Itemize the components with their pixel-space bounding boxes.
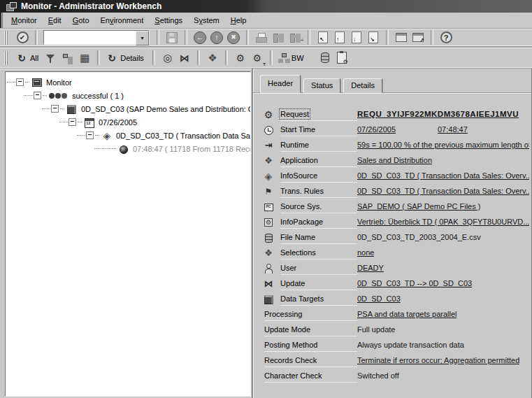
tree-item[interactable]: successful ( 1 ): [24, 89, 250, 102]
tab-details[interactable]: Details: [343, 78, 382, 93]
toolbar-separator: [97, 50, 100, 65]
settings-transport-button[interactable]: T: [249, 50, 266, 66]
detail-value-link[interactable]: 0D_SD_C03_TD --> 0D_SD_C03: [357, 279, 472, 287]
detail-label-file-name: File Name: [280, 233, 357, 244]
cancel-button[interactable]: [225, 30, 242, 45]
detail-value-link[interactable]: 07/26/2005: [357, 125, 396, 134]
tab-header[interactable]: Header: [260, 75, 301, 93]
detail-value-link[interactable]: DEADY: [357, 264, 384, 272]
detail-row: Processing PSA and data targets parallel: [253, 308, 531, 323]
detail-value-link[interactable]: Terminate if errors occur; Aggregation p…: [357, 356, 519, 364]
command-input[interactable]: [44, 31, 136, 44]
gear-icon: [263, 109, 274, 120]
last-page-icon: ↘: [368, 31, 378, 43]
bw-monitor-button[interactable]: BW: [277, 50, 308, 66]
toolbar-separator: [308, 30, 310, 45]
detail-label-infosource: InfoSource: [280, 171, 357, 183]
refresh-all-button[interactable]: All: [14, 50, 43, 66]
tree-item[interactable]: Monitor: [7, 76, 250, 89]
update-rules-button[interactable]: [176, 50, 193, 66]
title-bar[interactable]: Monitor - Administrator Workbench: [0, 0, 532, 13]
detail-label-posting-method: Posting Method: [264, 341, 357, 352]
detail-value-link[interactable]: 0D_SD_C03_TD ( Transaction Data Sales: O…: [357, 187, 529, 195]
command-field[interactable]: [43, 30, 150, 45]
tree-item[interactable]: 0D_SD_C03 (SAP Demo Sales and Distributi…: [42, 102, 250, 115]
detail-row: Data Targets 0D_SD_C03: [253, 292, 531, 308]
menu-item-edit[interactable]: Edit: [43, 14, 67, 27]
print-button[interactable]: [253, 30, 270, 45]
menu-item-goto[interactable]: Goto: [67, 14, 95, 27]
help-button[interactable]: [438, 30, 454, 45]
command-dropdown-button[interactable]: [136, 31, 149, 45]
create-session-icon: [396, 33, 407, 42]
process-manually-button[interactable]: [159, 50, 176, 66]
toolbar-separator: [246, 30, 249, 45]
detail-value-link[interactable]: 59s = 100.00 % of the previous maximum l…: [357, 141, 529, 149]
selections-button[interactable]: [204, 50, 221, 66]
filter-button[interactable]: [43, 50, 59, 66]
toolbar-drag-handle[interactable]: [4, 31, 8, 45]
menu-item-settings[interactable]: Settings: [149, 14, 188, 27]
detail-value-link[interactable]: SAP_DEMO ( SAP Demo PC Files ): [357, 202, 480, 211]
last-page-button[interactable]: ↘: [365, 30, 382, 45]
job-overview-button[interactable]: ⚙: [333, 50, 350, 66]
tree-item[interactable]: 07:48:47 ( 11718 From 11718 Records ): [94, 142, 250, 155]
toolbar-drag-handle[interactable]: [4, 51, 8, 65]
menu-item-environment[interactable]: Environment: [95, 14, 150, 27]
tree-connector: [77, 135, 85, 136]
refresh-icon: [15, 50, 28, 66]
detail-panel: HeaderStatusDetails Request REQU_3YIJF92…: [252, 69, 532, 398]
tree-expander[interactable]: [51, 105, 59, 113]
menu-item-help[interactable]: Help: [225, 14, 252, 27]
find-next-button[interactable]: +: [287, 30, 303, 45]
status-lights-icon: [48, 90, 69, 101]
tree-expander[interactable]: [86, 132, 94, 139]
find-button[interactable]: [270, 30, 287, 45]
detail-label-character-check: Character Check: [264, 371, 357, 383]
clock-icon: [263, 125, 274, 136]
detail-value-text: Switched off: [357, 371, 399, 380]
detail-value-link[interactable]: Sales and Distribution: [357, 156, 432, 164]
tree-connector: [112, 148, 116, 149]
detail-value-link[interactable]: 0D_SD_C03_TD ( Transaction Data Sales: O…: [357, 171, 529, 180]
next-page-button[interactable]: ↓: [348, 30, 365, 45]
back-button[interactable]: [192, 30, 208, 45]
create-shortcut-button[interactable]: ↗: [410, 30, 426, 45]
enter-button[interactable]: [14, 30, 31, 45]
menu-item-monitor[interactable]: Monitor: [6, 14, 43, 27]
menu-item-system[interactable]: System: [188, 14, 225, 27]
infopackage-icon: [263, 217, 274, 228]
detail-row: Update 0D_SD_C03_TD --> 0D_SD_C03: [253, 277, 531, 292]
tab-status[interactable]: Status: [303, 78, 340, 93]
tree-connector: [43, 95, 47, 96]
detail-value-link[interactable]: REQU_3YIJF922MKDM3678AIEEJ1MVU: [357, 110, 519, 118]
detail-value-link[interactable]: Vertrieb: Überblick TD ( 0PAK_3QFYT8U0UR…: [357, 218, 529, 226]
calendar-icon: [83, 117, 96, 128]
detail-value-link[interactable]: PSA and data targets parallel: [357, 310, 456, 318]
create-session-button[interactable]: [393, 30, 410, 45]
refresh-details-button[interactable]: Details: [104, 50, 148, 66]
detail-label-processing: Processing: [264, 310, 357, 321]
detail-row: Update Mode Full update: [253, 323, 531, 339]
previous-page-button[interactable]: ↑: [331, 30, 348, 45]
tree-item[interactable]: 0D_SD_C03_TD ( Transaction Data Sales: O…: [77, 129, 250, 142]
detail-label-user: User: [280, 264, 357, 275]
detail-value-link[interactable]: none: [357, 248, 374, 257]
detail-value-link[interactable]: 07:48:47: [438, 125, 468, 134]
exit-button[interactable]: [208, 30, 225, 45]
tree-expander[interactable]: [69, 118, 76, 126]
tree-item[interactable]: 07/26/2005: [59, 115, 250, 129]
detail-label-data-targets: Data Targets: [280, 294, 357, 306]
settings-button[interactable]: [232, 50, 249, 66]
tree-expander[interactable]: [34, 92, 41, 99]
detail-row: User DEADY: [253, 262, 531, 277]
detail-row: Request REQU_3YIJF922MKDM3678AIEEJ1MVU: [253, 108, 531, 123]
database-button[interactable]: [317, 50, 333, 66]
hierarchy-button[interactable]: [59, 50, 76, 66]
detail-value-link[interactable]: 0D_SD_C03: [357, 294, 401, 303]
first-page-button[interactable]: ↖: [315, 30, 331, 45]
save-button[interactable]: [164, 30, 180, 45]
tree-expander[interactable]: [16, 78, 24, 86]
list-display-button[interactable]: [76, 50, 93, 66]
standard-toolbar: + ↖ ↑ ↓ ↘ ↗: [0, 28, 532, 47]
